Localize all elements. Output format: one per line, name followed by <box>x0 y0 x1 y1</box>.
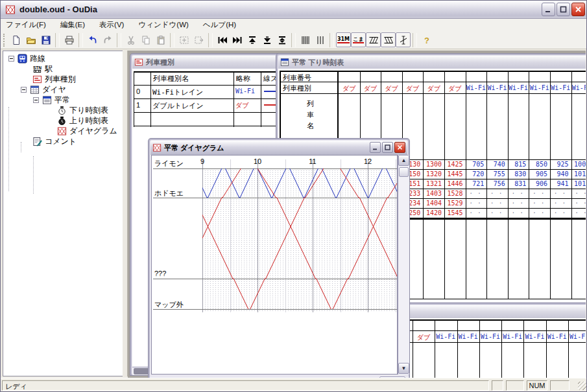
tree-item-平常[interactable]: 平常 <box>33 95 70 105</box>
diagram-window-buttons <box>370 142 405 153</box>
type-table-header-2: 略称 <box>236 74 259 84</box>
train-line-wifi[interactable] <box>258 168 286 198</box>
titlebar[interactable]: double.oud - OuDia <box>1 1 587 19</box>
tt-time-cell: ・ ・ <box>509 190 527 197</box>
tree-item-列車種別[interactable]: 列車種別 <box>32 74 76 84</box>
down-timetable-window-titlebar[interactable]: 平常 下り時刻表 <box>278 56 586 69</box>
diagram-maximize-button[interactable] <box>382 142 393 153</box>
diagram-scroll-up-button[interactable]: ▲ <box>398 155 409 166</box>
toolbar-open-folder-button[interactable] <box>23 32 38 47</box>
diagram-window[interactable]: 平常 ダイヤグラム 9101112ライモンホドモエ???マップ外▲▼ <box>149 139 409 378</box>
tt-type-cell: ダブ <box>403 84 423 93</box>
toolbar-scroll-top-button[interactable] <box>245 32 259 47</box>
tree-expander-minus[interactable] <box>33 97 39 103</box>
tree-item-コメント[interactable]: コメント <box>32 136 77 146</box>
tt-time-cell: 941 <box>551 180 569 187</box>
diagram-icon <box>57 126 67 136</box>
svg-text:?: ? <box>424 36 429 45</box>
type-table-vline <box>150 71 151 127</box>
type-table-vline <box>234 71 234 127</box>
tree-guide-line <box>21 142 21 152</box>
train-line-wifi[interactable] <box>322 168 350 198</box>
tt-time-cell: 1528 <box>445 190 463 197</box>
toolbar-grip[interactable] <box>3 34 6 47</box>
close-button[interactable] <box>571 3 585 16</box>
menu-item-0[interactable]: ファイル(F) <box>6 20 46 30</box>
tt-time-cell: 1016 <box>572 180 586 187</box>
tt-type-cell: Wi-Fi <box>509 84 529 91</box>
minimize-button[interactable] <box>542 3 555 16</box>
toolbar-go-first-button[interactable] <box>215 32 230 47</box>
train-line-wifi[interactable] <box>290 168 318 198</box>
tree-item-駅[interactable]: STN駅 <box>32 63 53 74</box>
diagram-scroll-down-button[interactable]: ▼ <box>398 363 409 374</box>
tt-time-cell: ・ ・ <box>572 200 586 207</box>
toolbar-button-こま[interactable]: こま <box>351 32 366 47</box>
train-line-double[interactable] <box>250 168 324 309</box>
toolbar-help-button[interactable]: ? <box>419 32 434 47</box>
caption-buttons <box>542 3 585 16</box>
tt-time-cell: ・ ・ <box>466 200 485 207</box>
toolbar-save-button[interactable] <box>38 32 53 47</box>
tt-time-cell: 1446 <box>445 180 463 187</box>
tt-time-cell: ・ ・ <box>509 200 527 207</box>
toolbar-scroll-center-button[interactable] <box>274 32 289 47</box>
toolbar-undo-button[interactable] <box>85 32 100 47</box>
toolbar-diagram-branch-button[interactable] <box>396 32 411 47</box>
train-line-double[interactable] <box>258 168 331 309</box>
tree-item-下り時刻表[interactable]: 下り時刻表 <box>57 105 108 115</box>
panel-splitter[interactable] <box>123 51 128 376</box>
tree-item-label: 上り時刻表 <box>69 115 108 126</box>
tt-time-cell: ・ ・ <box>551 209 569 216</box>
toolbar-diagram-hatch-down-button[interactable] <box>381 32 396 47</box>
diagram-window-titlebar[interactable]: 平常 ダイヤグラム <box>150 141 407 155</box>
menu-item-4[interactable]: ヘルプ(H) <box>203 20 236 30</box>
tt-col-line <box>457 319 458 378</box>
diagram-vscrollbar[interactable]: ▲▼ <box>398 155 409 375</box>
diagram-close-button[interactable] <box>394 142 405 153</box>
diagram-canvas-area[interactable]: 9101112ライモンホドモエ???マップ外 <box>151 155 398 375</box>
toolbar-go-last-button[interactable] <box>230 32 245 47</box>
toolbar-scroll-bottom-button[interactable] <box>259 32 274 47</box>
train-line-double[interactable] <box>333 168 397 309</box>
tree-expander-minus[interactable] <box>8 56 14 62</box>
toolbar-grid-dense-button[interactable] <box>298 32 313 47</box>
diagram-minimize-button[interactable] <box>370 142 381 153</box>
diagram-hour-label: 11 <box>305 157 320 165</box>
tt-time-cell: 905 <box>529 170 547 178</box>
tt-row-line <box>280 93 586 94</box>
tt-time-cell: 755 <box>487 170 505 178</box>
train-line-wifi[interactable] <box>386 168 397 198</box>
status-resize-grip[interactable] <box>578 382 586 390</box>
menu-item-2[interactable]: 表示(V) <box>99 20 124 30</box>
train-line-wifi[interactable] <box>202 168 222 198</box>
tree-item-ダイヤ[interactable]: ダイヤ <box>21 84 66 95</box>
toolbar-new-document-button[interactable] <box>8 32 23 47</box>
toolbar-diagram-hatch-up-button[interactable] <box>366 32 381 47</box>
train-line-double[interactable] <box>341 168 398 309</box>
tree-item-上り時刻表[interactable]: 上り時刻表 <box>57 115 108 126</box>
route-tree-panel[interactable]: 路線STN駅列車種別ダイヤ平常下り時刻表上り時刻表ダイヤグラムコメント <box>3 51 123 376</box>
diagram-vscroll-thumb[interactable] <box>399 167 409 177</box>
menu-item-3[interactable]: ウィンドウ(W) <box>138 20 188 30</box>
tree-item-路線[interactable]: 路線 <box>8 53 45 63</box>
tree-item-label: ダイヤ <box>42 84 66 95</box>
toolbar-insert-frame-button <box>176 32 191 47</box>
diagram-area: 9101112ライモンホドモエ???マップ外▲▼ <box>150 155 407 378</box>
type-row-abbr: ダブ <box>235 101 260 110</box>
toolbar-button-31M[interactable]: 31M <box>336 32 351 47</box>
down-timetable-window-icon <box>280 58 289 67</box>
train-line-wifi[interactable] <box>225 168 254 198</box>
tree-item-label: 駅 <box>45 63 53 75</box>
toolbar-print-button[interactable] <box>62 32 77 47</box>
tt-time-cell: 740 <box>487 161 505 168</box>
tt-type-cell: ダブ <box>445 84 465 93</box>
train-line-wifi[interactable] <box>354 168 383 198</box>
maximize-button[interactable] <box>557 3 570 16</box>
tree-guide-line <box>8 107 9 191</box>
tree-expander-minus[interactable] <box>21 87 27 93</box>
toolbar-grid-sparse-button[interactable] <box>313 32 328 47</box>
menu-item-1[interactable]: 編集(E) <box>60 20 85 30</box>
train-line-double[interactable] <box>202 168 248 309</box>
tree-item-ダイヤグラム[interactable]: ダイヤグラム <box>57 126 117 136</box>
